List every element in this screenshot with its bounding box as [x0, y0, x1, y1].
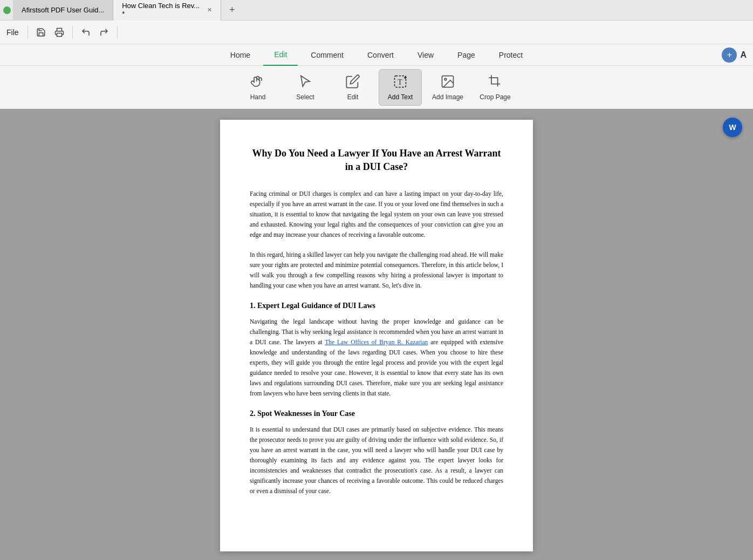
select-label: Select — [296, 93, 314, 101]
toolbar-separator-2 — [72, 26, 73, 39]
edit-toolbar: Hand Select Edit T Add Text Add Image Cr… — [0, 66, 753, 109]
add-text-label: Add Text — [388, 93, 413, 101]
tab-add-button[interactable]: + — [223, 2, 241, 19]
nav-protect[interactable]: Protect — [488, 44, 533, 66]
edit-label: Edit — [347, 93, 359, 101]
nav-view[interactable]: View — [407, 44, 444, 66]
print-button[interactable] — [51, 24, 68, 41]
undo-button[interactable] — [77, 24, 94, 41]
edit-tool[interactable]: Edit — [331, 69, 374, 106]
toolbar-separator-1 — [28, 26, 28, 39]
hand-label: Hand — [250, 93, 266, 101]
pdf-paragraph-4: It is essential to understand that DUI c… — [250, 425, 503, 496]
toolbar-separator-3 — [117, 26, 118, 39]
nav-bar: Home Edit Comment Convert View Page Prot… — [0, 44, 753, 66]
pdf-paragraph-1: Facing criminal or DUI charges is comple… — [250, 189, 503, 240]
file-menu[interactable]: File — [6, 28, 19, 37]
nav-home[interactable]: Home — [220, 44, 261, 66]
nav-user-initial[interactable]: A — [740, 50, 747, 60]
pdf-heading-2: 2. Spot Weaknesses in Your Case — [250, 409, 503, 418]
tab-bar: Afirstsoft PDF User Guid... How Clean Te… — [0, 0, 753, 21]
pdf-paragraph-3: Navigating the legal landscape without h… — [250, 317, 503, 399]
svg-rect-0 — [57, 33, 61, 36]
hand-icon — [250, 74, 265, 91]
nav-edit[interactable]: Edit — [263, 44, 298, 66]
hand-tool[interactable]: Hand — [236, 69, 279, 106]
add-text-tool[interactable]: T Add Text — [379, 69, 422, 106]
svg-point-6 — [444, 78, 447, 80]
pdf-heading-1: 1. Expert Legal Guidance of DUI Laws — [250, 302, 503, 310]
word-icon-button[interactable]: W — [723, 118, 742, 137]
crop-page-tool[interactable]: Crop Page — [474, 69, 517, 106]
redo-button[interactable] — [95, 24, 113, 41]
nav-right-actions: + A — [722, 47, 747, 63]
tab-label-cleantech: How Clean Tech is Rev... * — [122, 2, 202, 18]
tab-close-button[interactable]: ✕ — [207, 6, 212, 13]
nav-convert[interactable]: Convert — [357, 44, 405, 66]
select-icon — [298, 74, 313, 91]
tab-afirstsoft[interactable]: Afirstsoft PDF User Guid... — [13, 0, 113, 21]
crop-label: Crop Page — [480, 93, 510, 101]
nav-comment[interactable]: Comment — [300, 44, 354, 66]
pdf-page: Why Do You Need a Lawyer If You Have an … — [220, 120, 533, 551]
add-image-icon — [440, 74, 455, 91]
add-image-tool[interactable]: Add Image — [426, 69, 469, 106]
edit-icon — [345, 74, 360, 91]
nav-plus-button[interactable]: + — [722, 47, 737, 63]
svg-text:T: T — [398, 78, 402, 86]
main-toolbar: File — [0, 21, 753, 44]
add-text-icon: T — [393, 74, 408, 91]
nav-page[interactable]: Page — [447, 44, 486, 66]
save-button[interactable] — [32, 24, 50, 41]
content-area: W Why Do You Need a Lawyer If You Have a… — [0, 109, 753, 560]
pdf-title: Why Do You Need a Lawyer If You Have an … — [250, 147, 503, 174]
tab-label-afirstsoft: Afirstsoft PDF User Guid... — [22, 6, 104, 14]
add-image-label: Add Image — [432, 93, 463, 101]
select-tool[interactable]: Select — [284, 69, 327, 106]
tab-cleantech[interactable]: How Clean Tech is Rev... * ✕ — [113, 0, 221, 21]
word-icon-label: W — [729, 123, 736, 132]
crop-icon — [488, 74, 503, 91]
window-dot — [3, 6, 11, 14]
pdf-paragraph-2: In this regard, hiring a skilled lawyer … — [250, 250, 503, 291]
pdf-link[interactable]: The Law Offices of Bryan R. Kazarian — [325, 339, 428, 345]
